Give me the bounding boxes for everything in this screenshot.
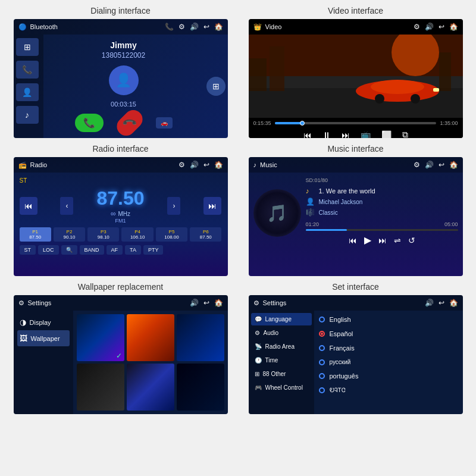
- wallpaper-thumb-3[interactable]: [177, 314, 224, 361]
- lang-english-radio[interactable]: [319, 317, 325, 322]
- display-menu-item[interactable]: ◑ Display: [17, 314, 70, 330]
- music-shuffle-button[interactable]: ⇌: [394, 236, 401, 245]
- radio-af-button[interactable]: AF: [107, 245, 123, 255]
- video-volume-icon[interactable]: 🔊: [425, 23, 434, 31]
- radio-repeat-icon: ∞: [111, 209, 116, 218]
- set-back-icon[interactable]: ↩: [439, 299, 444, 307]
- set-menu-language[interactable]: 💬 Language: [251, 313, 312, 325]
- music-progress-bar[interactable]: [306, 229, 458, 231]
- radio-search-button[interactable]: 🔍: [61, 245, 77, 255]
- lang-english[interactable]: English: [319, 314, 458, 325]
- wallpaper-back-icon[interactable]: ↩: [203, 299, 209, 307]
- music-settings-icon[interactable]: ⚙: [414, 161, 420, 169]
- preset-p5[interactable]: P5 108.00: [156, 227, 187, 242]
- dial-keypad-button[interactable]: ⊞: [206, 77, 226, 96]
- play-pause-button[interactable]: ⏸: [320, 129, 333, 139]
- lang-espanol-radio[interactable]: [319, 331, 325, 337]
- music-repeat-button[interactable]: ↺: [408, 236, 415, 245]
- music-back-icon[interactable]: ↩: [439, 161, 444, 169]
- wallpaper-thumb-6[interactable]: [177, 364, 224, 411]
- dialing-topbar-left: 🔵 Bluetooth: [18, 23, 58, 31]
- contacts-button[interactable]: 📞: [16, 61, 39, 79]
- set-menu-wheel[interactable]: 🎮 Wheel Control: [251, 381, 312, 394]
- wallpaper-volume-icon[interactable]: 🔊: [190, 299, 199, 307]
- radio-settings-icon[interactable]: ⚙: [178, 161, 185, 169]
- lang-russian[interactable]: русский: [319, 357, 458, 367]
- radio-band-button[interactable]: BAND: [80, 245, 104, 255]
- set-home-icon[interactable]: 🏠: [449, 299, 458, 307]
- music-artist: Michael Jackson: [319, 199, 363, 205]
- radio-topbar: 📻 Radio ⚙ 🔊 ↩ 🏠: [14, 157, 228, 173]
- preset-p3[interactable]: P3 98.10: [87, 227, 119, 242]
- back-icon[interactable]: ↩: [203, 23, 209, 31]
- radio-back-icon[interactable]: ↩: [203, 161, 209, 169]
- crop-button[interactable]: ⬜: [379, 129, 394, 139]
- lang-espanol[interactable]: Español: [319, 328, 458, 339]
- radio-loc-button[interactable]: LOC: [38, 245, 59, 255]
- video-settings-icon[interactable]: ⚙: [414, 23, 420, 31]
- lang-other-radio[interactable]: [319, 387, 325, 393]
- lang-portuguese[interactable]: português: [319, 371, 458, 381]
- preset-p6[interactable]: P6 87.50: [190, 227, 221, 242]
- lang-portuguese-radio[interactable]: [319, 373, 325, 379]
- phone-icon[interactable]: 📞: [165, 23, 174, 31]
- reject-button[interactable]: 📞: [113, 107, 146, 138]
- screen-mode-button[interactable]: 📺: [358, 129, 373, 139]
- video-back-icon[interactable]: ↩: [439, 23, 444, 31]
- set-menu-radio-area[interactable]: 📡 Radio Area: [251, 340, 312, 353]
- radio-pty-button[interactable]: PTY: [143, 245, 164, 255]
- radio-volume-icon[interactable]: 🔊: [190, 161, 199, 169]
- preset-p4[interactable]: P4 106.10: [121, 227, 153, 242]
- preset-p1[interactable]: P1 87.50: [20, 227, 51, 242]
- settings-icon[interactable]: ⚙: [178, 23, 185, 31]
- set-volume-icon[interactable]: 🔊: [425, 299, 434, 307]
- music-next-button[interactable]: ⏭: [378, 236, 387, 245]
- wallpaper-section: Wallpaper replacement ⚙ Settings 🔊 ↩ 🏠 ◑…: [6, 282, 235, 414]
- music-home-icon[interactable]: 🏠: [449, 161, 458, 169]
- keypad-button[interactable]: ⊞: [16, 38, 39, 56]
- p4-label: P4: [123, 229, 152, 234]
- time-icon: 🕐: [255, 357, 262, 364]
- set-menu-audio[interactable]: ⚙ Audio: [251, 327, 312, 339]
- wallpaper-thumb-2[interactable]: [127, 314, 174, 361]
- video-title: Video interface: [328, 6, 383, 15]
- music-title: Music interface: [327, 144, 383, 154]
- skip-back-button[interactable]: ⏮: [301, 129, 314, 139]
- music-volume-icon[interactable]: 🔊: [425, 161, 434, 169]
- recent-button[interactable]: 👤: [16, 83, 39, 101]
- accept-button[interactable]: 📞: [75, 114, 104, 132]
- radio-prev-button[interactable]: ⏮: [20, 197, 37, 215]
- radio-ta-button[interactable]: TA: [125, 245, 141, 255]
- music-genre: Classic: [319, 209, 338, 216]
- radio-topbar-left: 📻 Radio: [18, 161, 48, 169]
- lang-francais[interactable]: Français: [319, 343, 458, 353]
- volume-icon[interactable]: 🔊: [190, 23, 199, 31]
- music-prev-button[interactable]: ⏮: [349, 236, 357, 245]
- lang-francais-radio[interactable]: [319, 345, 325, 351]
- lang-other[interactable]: ᎧᎸᎢᏣ: [319, 385, 458, 396]
- music-side-button[interactable]: ♪: [16, 106, 39, 124]
- radio-st-button[interactable]: ST: [20, 245, 36, 255]
- wallpaper-home-icon[interactable]: 🏠: [214, 299, 223, 307]
- video-home-icon[interactable]: 🏠: [449, 23, 458, 31]
- transfer-button[interactable]: 🚗: [156, 117, 173, 129]
- wallpaper-thumb-1[interactable]: [77, 314, 124, 361]
- preset-p2[interactable]: P2 90.10: [54, 227, 85, 242]
- radio-back-button[interactable]: ‹: [60, 197, 73, 215]
- music-play-button[interactable]: ▶: [364, 234, 371, 246]
- set-menu-other[interactable]: ⊞ 88 Other: [251, 368, 312, 380]
- radio-next-button[interactable]: ⏭: [203, 197, 221, 215]
- aspect-button[interactable]: ⧉: [400, 129, 411, 138]
- radio-forward-button[interactable]: ›: [167, 197, 180, 215]
- video-progress-bar[interactable]: [275, 122, 437, 124]
- wallpaper-thumb-4[interactable]: [77, 364, 124, 411]
- lang-russian-radio[interactable]: [319, 359, 325, 365]
- set-menu-time[interactable]: 🕐 Time: [251, 354, 312, 367]
- wallpaper-thumb-5[interactable]: [127, 364, 174, 411]
- skip-forward-button[interactable]: ⏭: [339, 129, 352, 139]
- p6-freq: 87.50: [191, 234, 220, 240]
- wallpaper-menu-item[interactable]: 🖼 Wallpaper: [17, 330, 70, 346]
- home-icon[interactable]: 🏠: [214, 23, 223, 31]
- video-total-time: 1:35:00: [440, 120, 458, 126]
- radio-home-icon[interactable]: 🏠: [214, 161, 223, 169]
